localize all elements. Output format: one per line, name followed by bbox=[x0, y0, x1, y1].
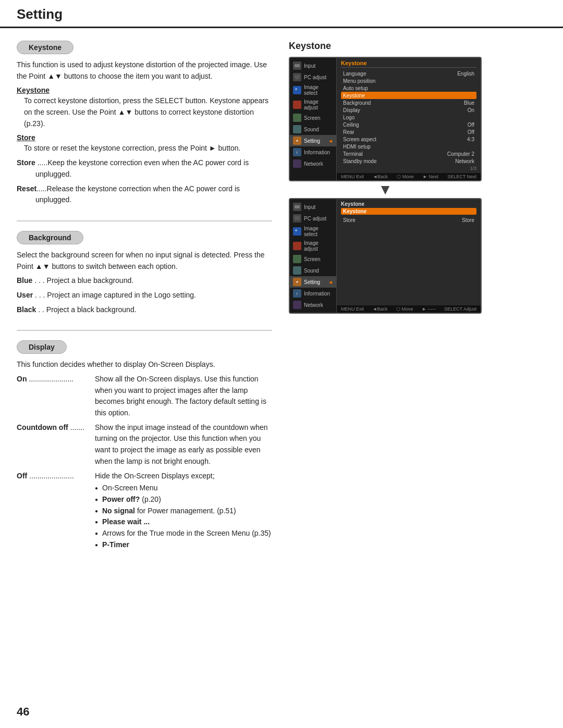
background-section: Background Select the background screen … bbox=[17, 231, 272, 315]
screen-icon-2 bbox=[293, 255, 301, 263]
setting-icon-2 bbox=[293, 278, 301, 286]
svg-point-19 bbox=[297, 281, 298, 283]
sidebar2-pcadjust: PC adjust bbox=[290, 213, 336, 224]
sidebar-input: Input bbox=[290, 60, 336, 71]
svg-point-15 bbox=[295, 229, 297, 231]
proj-screen1-content: Keystone LanguageEnglish Menu position A… bbox=[337, 58, 481, 180]
svg-point-5 bbox=[295, 102, 300, 107]
proj-submenu-area: Keystone Keystone StoreStore bbox=[337, 199, 481, 305]
sub-highlight: Keystone bbox=[341, 208, 476, 215]
opt-countdown-label: Countdown off ....... bbox=[17, 422, 95, 467]
page-indicator: 1/3 bbox=[341, 165, 476, 171]
sidebar-setting: Setting ◄ bbox=[290, 135, 336, 146]
menu-background: BackgroundBlue bbox=[341, 99, 476, 106]
svg-rect-0 bbox=[295, 64, 300, 67]
sidebar2-screen: Screen bbox=[290, 253, 336, 265]
store-sub-text: To store or reset the keystone correctio… bbox=[17, 143, 272, 154]
sidebar2-input: Input bbox=[290, 201, 336, 213]
right-column: Keystone Input bbox=[289, 41, 546, 565]
imgadj-icon-2 bbox=[293, 242, 301, 250]
display-section: Display This function decides whether to… bbox=[17, 340, 272, 550]
display-intro: This function decides whether to display… bbox=[17, 359, 272, 371]
svg-point-8 bbox=[297, 140, 298, 142]
svg-rect-6 bbox=[295, 116, 300, 120]
bullet-onscreen-menu: On-Screen Menu bbox=[95, 483, 272, 494]
opt-countdown-desc: Show the input image instead of the coun… bbox=[95, 422, 272, 467]
sidebar-screen: Screen bbox=[290, 112, 336, 124]
menu-header: Keystone bbox=[341, 60, 476, 68]
store-item: Store .....Keep the keystone correction … bbox=[17, 157, 272, 180]
svg-point-22 bbox=[295, 302, 300, 307]
sidebar2-sound: Sound bbox=[290, 265, 336, 276]
sidebar-pcadjust: PC adjust bbox=[290, 71, 336, 83]
menu-display: DisplayOn bbox=[341, 106, 476, 114]
bg-black: Black . . Project a black background. bbox=[17, 304, 272, 316]
store-reset-list: Store .....Keep the keystone correction … bbox=[17, 157, 272, 206]
keystone-intro: This function is used to adjust keystone… bbox=[17, 59, 272, 82]
bullet-power-off: Power off? (p.20) bbox=[95, 494, 272, 505]
pcadj-icon bbox=[293, 73, 301, 81]
proj-menu-area: Keystone LanguageEnglish Menu position A… bbox=[337, 58, 481, 173]
bg-blue: Blue . . . Project a blue background. bbox=[17, 275, 272, 287]
store-sub-title: Store bbox=[17, 133, 272, 142]
sidebar-imageselect: Image select bbox=[290, 83, 336, 97]
left-column: Keystone This function is used to adjust… bbox=[17, 41, 272, 565]
down-arrow: ▼ bbox=[289, 182, 482, 197]
opt-off-label: Off ...................... bbox=[17, 471, 95, 551]
menu-terminal: TerminalComputer 2 bbox=[341, 150, 476, 157]
svg-point-16 bbox=[295, 243, 300, 249]
bullet-no-signal: No signal for Power management. (p.51) bbox=[95, 505, 272, 517]
svg-rect-13 bbox=[295, 216, 300, 220]
proj-bottom-bar-1: MENU Exit ◄Back ⬡ Move ► Next SELECT Nex… bbox=[337, 173, 481, 180]
bullet-arrows: Arrows for the True mode in the Screen M… bbox=[95, 528, 272, 539]
svg-rect-3 bbox=[295, 88, 300, 93]
menu-screenaspect: Screen aspect4:3 bbox=[341, 135, 476, 143]
bg-user: User . . . Project an image captured in … bbox=[17, 290, 272, 301]
proj-screen-2: Input PC adjust Image sele bbox=[289, 198, 482, 314]
menu-ceiling: CeilingOff bbox=[341, 121, 476, 128]
proj-bottom-bar-2: MENU Exit ◄Back ⬡ Move ► ----- SELECT Ad… bbox=[337, 305, 481, 313]
menu-language: LanguageEnglish bbox=[341, 70, 476, 77]
page-number: 46 bbox=[17, 705, 29, 719]
sidebar-information: i Information bbox=[290, 146, 336, 158]
svg-rect-12 bbox=[295, 205, 300, 208]
svg-rect-17 bbox=[295, 257, 300, 261]
info-icon-2: i bbox=[293, 289, 301, 298]
off-bullet-list: On-Screen Menu Power off? (p.20) No sign… bbox=[95, 483, 272, 550]
proj-screen-1: Input PC adjust Image sele bbox=[289, 57, 482, 181]
proj-sidebar-1: Input PC adjust Image sele bbox=[290, 58, 337, 180]
reset-item: Reset.....Release the keystone correctio… bbox=[17, 183, 272, 206]
display-opt-countdown: Countdown off ....... Show the input ima… bbox=[17, 422, 272, 467]
sound-icon-2 bbox=[293, 266, 301, 275]
keystone-sub-text: To correct keystone distortion, press th… bbox=[17, 95, 272, 129]
network-icon bbox=[293, 159, 301, 168]
menu-logo: Logo bbox=[341, 114, 476, 121]
screen1-container: Input PC adjust Image sele bbox=[289, 57, 482, 314]
content-area: Keystone This function is used to adjust… bbox=[0, 28, 563, 565]
sidebar2-information: i Information bbox=[290, 288, 336, 299]
display-label: Display bbox=[17, 340, 67, 354]
setting-icon bbox=[293, 137, 301, 145]
sidebar2-imageselect: Image select bbox=[290, 224, 336, 239]
sidebar2-network: Network bbox=[290, 299, 336, 311]
display-opt-on: On ...................... Show all the O… bbox=[17, 374, 272, 419]
svg-rect-1 bbox=[295, 75, 300, 79]
network-icon-2 bbox=[293, 301, 301, 309]
menu-autosetup: Auto setup bbox=[341, 84, 476, 92]
divider-1 bbox=[17, 220, 272, 221]
menu-keystone: Keystone bbox=[341, 92, 476, 99]
sub-store: StoreStore bbox=[341, 216, 476, 224]
background-label: Background bbox=[17, 231, 83, 244]
sound-icon bbox=[293, 125, 301, 133]
sidebar-imageadjust: Image adjust bbox=[290, 97, 336, 112]
keystone-section: Keystone This function is used to adjust… bbox=[17, 41, 272, 206]
opt-on-desc: Show all the On-Screen displays. Use thi… bbox=[95, 374, 272, 419]
keystone-sub-title: Keystone bbox=[17, 86, 272, 94]
proj-screen2-content: Keystone Keystone StoreStore MENU Exit ◄… bbox=[337, 199, 481, 313]
bullet-ptimer: P-Timer bbox=[95, 539, 272, 551]
proj-section-title: Keystone bbox=[289, 41, 546, 52]
menu-hdmisetup: HDMI setup bbox=[341, 143, 476, 150]
sub-header: Keystone bbox=[341, 201, 476, 207]
svg-rect-14 bbox=[295, 229, 300, 234]
display-opt-off: Off ...................... Hide the On-S… bbox=[17, 471, 272, 551]
